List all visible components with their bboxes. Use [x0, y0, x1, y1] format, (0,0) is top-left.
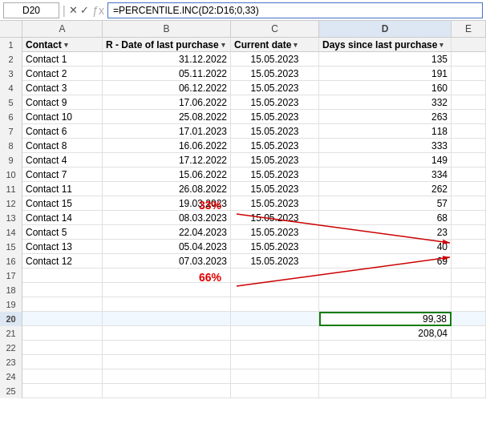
data-cell[interactable]: 15.06.2022 [103, 167, 231, 182]
data-cell[interactable] [452, 240, 486, 254]
data-cell[interactable] [319, 355, 452, 369]
data-cell[interactable] [452, 52, 486, 67]
data-cell[interactable]: 15.05.2023 [231, 81, 319, 95]
data-cell[interactable]: Contact 14 [22, 211, 103, 225]
data-cell[interactable]: Contact 9 [22, 95, 103, 110]
header-cell[interactable]: R - Date of last purchase▾ [103, 38, 231, 52]
data-cell[interactable] [452, 153, 486, 167]
data-cell[interactable]: 263 [319, 110, 452, 124]
data-cell[interactable]: 68 [319, 211, 452, 225]
data-cell[interactable] [103, 326, 231, 341]
data-cell[interactable] [319, 297, 452, 312]
data-cell[interactable]: 332 [319, 95, 452, 110]
data-cell[interactable]: 15.05.2023 [231, 139, 319, 153]
data-cell[interactable] [452, 326, 486, 341]
data-cell[interactable]: 15.05.2023 [231, 182, 319, 196]
data-cell[interactable]: 15.05.2023 [231, 225, 319, 240]
data-cell[interactable] [319, 369, 452, 384]
data-cell[interactable]: 57 [319, 196, 452, 211]
data-cell[interactable]: 15.05.2023 [231, 95, 319, 110]
data-cell[interactable] [452, 67, 486, 81]
data-cell[interactable] [22, 326, 103, 341]
data-cell[interactable]: 25.08.2022 [103, 110, 231, 124]
data-cell[interactable]: 08.03.2023 [103, 211, 231, 225]
data-cell[interactable]: 23 [319, 225, 452, 240]
data-cell[interactable]: 26.08.2022 [103, 182, 231, 196]
data-cell[interactable]: 06.12.2022 [103, 81, 231, 95]
data-cell[interactable] [103, 312, 231, 326]
data-cell[interactable] [103, 297, 231, 312]
data-cell[interactable]: 15.05.2023 [231, 211, 319, 225]
data-cell[interactable]: 17.01.2023 [103, 124, 231, 139]
data-cell[interactable]: 40 [319, 240, 452, 254]
data-cell[interactable]: Contact 5 [22, 225, 103, 240]
data-cell[interactable] [452, 384, 486, 398]
data-cell[interactable]: Contact 2 [22, 67, 103, 81]
header-cell[interactable]: Days since last purchase▾ [319, 38, 452, 52]
filter-arrow-icon[interactable]: ▾ [221, 41, 225, 49]
data-cell[interactable]: 262 [319, 182, 452, 196]
data-cell[interactable]: 160 [319, 81, 452, 95]
data-cell[interactable]: 15.05.2023 [231, 52, 319, 67]
data-cell[interactable] [22, 283, 103, 297]
data-cell[interactable] [452, 312, 486, 326]
data-cell[interactable] [452, 110, 486, 124]
data-cell[interactable] [452, 124, 486, 139]
data-cell[interactable] [231, 312, 319, 326]
data-cell[interactable]: 333 [319, 139, 452, 153]
data-cell[interactable] [22, 341, 103, 355]
data-cell[interactable]: 15.05.2023 [231, 110, 319, 124]
data-cell[interactable] [231, 384, 319, 398]
filter-arrow-icon[interactable]: ▾ [294, 41, 298, 49]
data-cell[interactable]: 15.05.2023 [231, 124, 319, 139]
data-cell[interactable]: Contact 7 [22, 167, 103, 182]
data-cell[interactable] [452, 211, 486, 225]
data-cell[interactable] [452, 182, 486, 196]
data-cell[interactable] [103, 384, 231, 398]
data-cell[interactable]: 15.05.2023 [231, 167, 319, 182]
data-cell[interactable] [22, 369, 103, 384]
col-header-B[interactable]: B [103, 21, 231, 37]
data-cell[interactable]: Contact 15 [22, 196, 103, 211]
col-header-A[interactable]: A [22, 21, 103, 37]
data-cell[interactable]: Contact 11 [22, 182, 103, 196]
data-cell[interactable] [22, 268, 103, 283]
data-cell[interactable]: 15.05.2023 [231, 153, 319, 167]
data-cell[interactable] [319, 268, 452, 283]
data-cell[interactable]: 31.12.2022 [103, 52, 231, 67]
data-cell[interactable] [231, 297, 319, 312]
data-cell[interactable]: 69 [319, 254, 452, 268]
data-cell[interactable]: 16.06.2022 [103, 139, 231, 153]
data-cell[interactable]: Contact 10 [22, 110, 103, 124]
data-cell[interactable] [231, 341, 319, 355]
data-cell[interactable] [22, 297, 103, 312]
data-cell[interactable]: Contact 3 [22, 81, 103, 95]
header-cell[interactable]: Contact▾ [22, 38, 103, 52]
data-cell[interactable] [103, 341, 231, 355]
data-cell[interactable]: 149 [319, 153, 452, 167]
data-cell[interactable]: 15.05.2023 [231, 240, 319, 254]
formula-input[interactable] [107, 2, 483, 18]
data-cell[interactable] [452, 297, 486, 312]
data-cell[interactable] [452, 341, 486, 355]
data-cell[interactable]: 191 [319, 67, 452, 81]
data-cell[interactable]: 15.05.2023 [231, 67, 319, 81]
data-cell[interactable] [452, 95, 486, 110]
data-cell[interactable]: 135 [319, 52, 452, 67]
data-cell[interactable] [319, 341, 452, 355]
data-cell[interactable]: 22.04.2023 [103, 225, 231, 240]
data-cell[interactable] [452, 81, 486, 95]
data-cell[interactable] [22, 384, 103, 398]
data-cell[interactable]: 07.03.2023 [103, 254, 231, 268]
data-cell[interactable]: Contact 6 [22, 124, 103, 139]
data-cell[interactable]: 118 [319, 124, 452, 139]
name-box[interactable] [3, 2, 59, 18]
data-cell[interactable] [231, 283, 319, 297]
data-cell[interactable]: 17.06.2022 [103, 95, 231, 110]
col-header-C[interactable]: C [231, 21, 319, 37]
data-cell[interactable]: 208,04 [319, 326, 452, 341]
data-cell[interactable] [103, 268, 231, 283]
data-cell[interactable] [319, 384, 452, 398]
data-cell[interactable] [452, 283, 486, 297]
header-cell[interactable] [452, 38, 486, 52]
